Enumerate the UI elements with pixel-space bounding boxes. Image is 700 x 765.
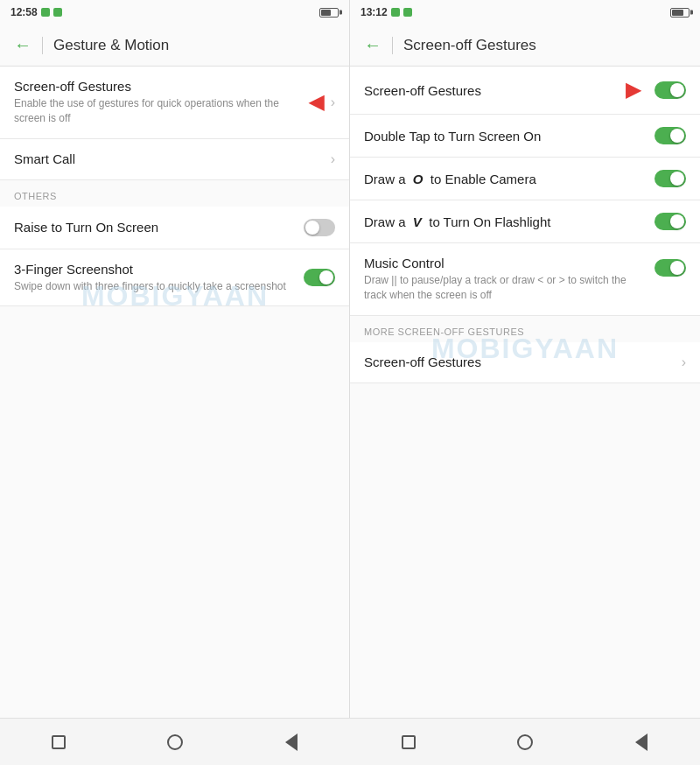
setting-title-music: Music Control xyxy=(364,256,648,270)
status-bar-right: 13:12 xyxy=(350,0,700,25)
gesture-letter-o: O xyxy=(413,172,424,186)
page-title-left: Gesture & Motion xyxy=(53,37,169,54)
toggle-knob-music xyxy=(670,261,684,275)
setting-title-camera: Draw a O to Enable Camera xyxy=(364,172,654,186)
setting-title-screen-off-r: Screen-off Gestures xyxy=(364,83,626,98)
header-right: ← Screen-off Gestures xyxy=(350,25,700,67)
setting-item-screen-off-toggle[interactable]: Screen-off Gestures ▶ xyxy=(350,67,700,115)
chevron-screen-off: › xyxy=(331,95,335,110)
setting-item-flashlight[interactable]: Draw a V to Turn On Flashlight xyxy=(350,200,700,243)
toggle-double-tap[interactable] xyxy=(654,127,686,144)
setting-item-raise-screen[interactable]: Raise to Turn On Screen xyxy=(0,207,349,249)
nav-circle-left[interactable] xyxy=(164,732,186,753)
setting-subtitle-music: Draw || to pause/play a track or draw < … xyxy=(364,273,648,303)
nav-square-icon-right xyxy=(402,735,416,749)
battery-right xyxy=(670,8,690,18)
toggle-knob-screen-off xyxy=(670,83,684,97)
section-more: MORE SCREEN-OFF GESTURES xyxy=(350,316,700,342)
red-arrow-left: ◀ xyxy=(309,91,324,114)
setting-title-screen-off-more: Screen-off Gestures xyxy=(364,354,675,369)
toggle-music[interactable] xyxy=(654,259,686,277)
nav-triangle-icon-left xyxy=(285,733,298,751)
wifi-indicator-right xyxy=(403,8,412,17)
toggle-3finger[interactable] xyxy=(304,269,335,286)
nav-square-left[interactable] xyxy=(48,732,69,753)
nav-back-right[interactable] xyxy=(631,732,652,753)
signal-indicator-left xyxy=(41,8,50,17)
setting-item-camera[interactable]: Draw a O to Enable Camera xyxy=(350,158,700,200)
setting-title-double-tap: Double Tap to Turn Screen On xyxy=(364,129,654,144)
back-button-right[interactable]: ← xyxy=(364,35,382,55)
battery-fill-left xyxy=(321,10,331,16)
nav-triangle-icon-right xyxy=(635,733,648,751)
content-left: Screen-off Gestures Enable the use of ge… xyxy=(0,67,349,718)
setting-title-flashlight: Draw a V to Turn On Flashlight xyxy=(364,214,654,229)
wifi-indicator-left xyxy=(53,8,62,17)
chevron-screen-off-more: › xyxy=(682,354,686,370)
setting-title-raise: Raise to Turn On Screen xyxy=(14,220,304,235)
nav-circle-right[interactable] xyxy=(514,732,536,753)
setting-title-screen-off: Screen-off Gestures xyxy=(14,79,300,94)
setting-item-screen-off-gestures[interactable]: Screen-off Gestures Enable the use of ge… xyxy=(0,67,349,139)
toggle-raise-screen[interactable] xyxy=(304,219,335,236)
toggle-knob-3finger xyxy=(319,270,333,284)
setting-item-screen-off-more[interactable]: Screen-off Gestures › xyxy=(350,342,700,383)
toggle-knob-double-tap xyxy=(670,129,684,143)
chevron-smart-call: › xyxy=(331,151,335,167)
red-arrow-right: ▶ xyxy=(626,79,640,102)
toggle-camera[interactable] xyxy=(654,170,686,187)
setting-title-3finger: 3-Finger Screenshot xyxy=(14,262,304,277)
header-left: ← Gesture & Motion xyxy=(0,25,349,67)
setting-item-smart-call[interactable]: Smart Call › xyxy=(0,139,349,180)
status-bar-left: 12:58 xyxy=(0,0,349,25)
setting-title-smart-call: Smart Call xyxy=(14,151,324,166)
setting-item-3finger[interactable]: 3-Finger Screenshot Swipe down with thre… xyxy=(0,249,349,307)
gesture-letter-v: V xyxy=(413,214,422,229)
section-others: OTHERS xyxy=(0,180,349,207)
toggle-knob-raise xyxy=(305,221,319,235)
battery-left xyxy=(319,8,339,18)
nav-square-icon-left xyxy=(52,735,66,749)
time-left: 12:58 xyxy=(10,6,38,18)
setting-item-music[interactable]: Music Control Draw || to pause/play a tr… xyxy=(350,243,700,316)
page-title-right: Screen-off Gestures xyxy=(403,37,536,54)
bottom-nav-bar xyxy=(0,718,700,765)
setting-item-double-tap[interactable]: Double Tap to Turn Screen On xyxy=(350,115,700,158)
header-divider-right xyxy=(392,37,393,54)
toggle-knob-camera xyxy=(670,172,684,186)
battery-fill-right xyxy=(672,10,683,16)
toggle-screen-off[interactable] xyxy=(654,81,686,99)
signal-indicator-right xyxy=(391,8,400,17)
toggle-knob-flashlight xyxy=(670,214,684,228)
nav-bar-right xyxy=(350,718,700,765)
setting-subtitle-3finger: Swipe down with three fingers to quickly… xyxy=(14,279,304,294)
nav-circle-icon-right xyxy=(517,734,533,750)
nav-bar-left xyxy=(0,718,350,765)
nav-square-right[interactable] xyxy=(398,732,419,753)
setting-subtitle-screen-off: Enable the use of gestures for quick ope… xyxy=(14,96,300,126)
nav-circle-icon-left xyxy=(167,734,183,750)
time-right: 13:12 xyxy=(360,6,388,18)
header-divider-left xyxy=(42,37,43,54)
back-button-left[interactable]: ← xyxy=(14,35,32,55)
nav-back-left[interactable] xyxy=(281,732,302,753)
toggle-flashlight[interactable] xyxy=(654,213,686,230)
content-right: Screen-off Gestures ▶ Double Tap to Turn… xyxy=(350,67,700,718)
